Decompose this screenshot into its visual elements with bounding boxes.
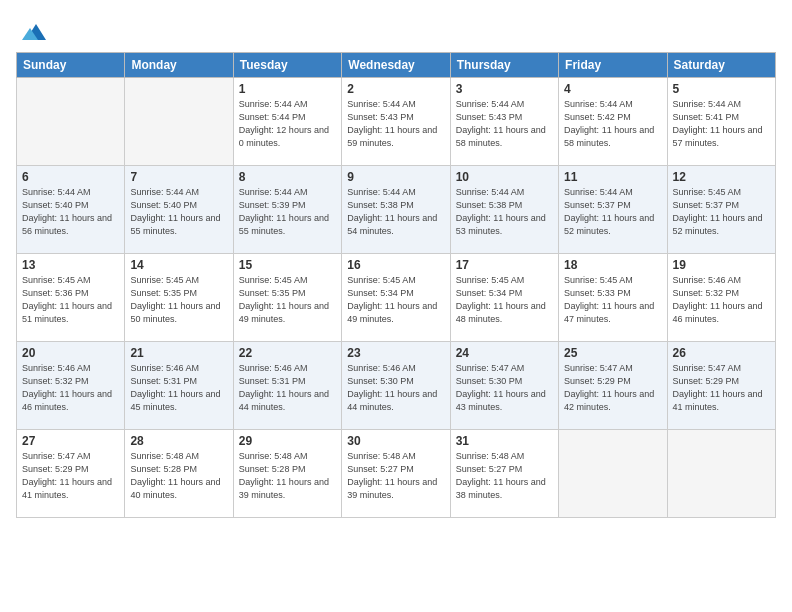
calendar-header-row: Sunday Monday Tuesday Wednesday Thursday… [17, 53, 776, 78]
table-row: 25Sunrise: 5:47 AM Sunset: 5:29 PM Dayli… [559, 342, 667, 430]
day-info: Sunrise: 5:46 AM Sunset: 5:32 PM Dayligh… [673, 274, 770, 326]
calendar-week-row: 13Sunrise: 5:45 AM Sunset: 5:36 PM Dayli… [17, 254, 776, 342]
day-number: 27 [22, 434, 119, 448]
day-number: 1 [239, 82, 336, 96]
table-row: 2Sunrise: 5:44 AM Sunset: 5:43 PM Daylig… [342, 78, 450, 166]
table-row [17, 78, 125, 166]
day-number: 25 [564, 346, 661, 360]
table-row: 11Sunrise: 5:44 AM Sunset: 5:37 PM Dayli… [559, 166, 667, 254]
calendar-week-row: 27Sunrise: 5:47 AM Sunset: 5:29 PM Dayli… [17, 430, 776, 518]
table-row: 26Sunrise: 5:47 AM Sunset: 5:29 PM Dayli… [667, 342, 775, 430]
day-info: Sunrise: 5:48 AM Sunset: 5:27 PM Dayligh… [347, 450, 444, 502]
day-info: Sunrise: 5:48 AM Sunset: 5:28 PM Dayligh… [130, 450, 227, 502]
table-row: 21Sunrise: 5:46 AM Sunset: 5:31 PM Dayli… [125, 342, 233, 430]
day-number: 18 [564, 258, 661, 272]
table-row: 3Sunrise: 5:44 AM Sunset: 5:43 PM Daylig… [450, 78, 558, 166]
day-number: 17 [456, 258, 553, 272]
day-info: Sunrise: 5:44 AM Sunset: 5:38 PM Dayligh… [456, 186, 553, 238]
day-info: Sunrise: 5:44 AM Sunset: 5:43 PM Dayligh… [456, 98, 553, 150]
day-info: Sunrise: 5:44 AM Sunset: 5:39 PM Dayligh… [239, 186, 336, 238]
table-row: 16Sunrise: 5:45 AM Sunset: 5:34 PM Dayli… [342, 254, 450, 342]
day-number: 7 [130, 170, 227, 184]
col-friday: Friday [559, 53, 667, 78]
day-number: 3 [456, 82, 553, 96]
table-row: 30Sunrise: 5:48 AM Sunset: 5:27 PM Dayli… [342, 430, 450, 518]
day-info: Sunrise: 5:44 AM Sunset: 5:40 PM Dayligh… [130, 186, 227, 238]
day-info: Sunrise: 5:44 AM Sunset: 5:44 PM Dayligh… [239, 98, 336, 150]
table-row [125, 78, 233, 166]
header [16, 12, 776, 44]
table-row: 27Sunrise: 5:47 AM Sunset: 5:29 PM Dayli… [17, 430, 125, 518]
day-info: Sunrise: 5:46 AM Sunset: 5:31 PM Dayligh… [130, 362, 227, 414]
table-row: 23Sunrise: 5:46 AM Sunset: 5:30 PM Dayli… [342, 342, 450, 430]
day-number: 22 [239, 346, 336, 360]
day-info: Sunrise: 5:47 AM Sunset: 5:29 PM Dayligh… [673, 362, 770, 414]
day-number: 2 [347, 82, 444, 96]
day-number: 26 [673, 346, 770, 360]
day-number: 24 [456, 346, 553, 360]
day-number: 28 [130, 434, 227, 448]
day-info: Sunrise: 5:44 AM Sunset: 5:41 PM Dayligh… [673, 98, 770, 150]
table-row [667, 430, 775, 518]
day-number: 11 [564, 170, 661, 184]
calendar-week-row: 20Sunrise: 5:46 AM Sunset: 5:32 PM Dayli… [17, 342, 776, 430]
day-number: 23 [347, 346, 444, 360]
day-info: Sunrise: 5:46 AM Sunset: 5:30 PM Dayligh… [347, 362, 444, 414]
day-info: Sunrise: 5:45 AM Sunset: 5:35 PM Dayligh… [130, 274, 227, 326]
day-number: 30 [347, 434, 444, 448]
day-number: 8 [239, 170, 336, 184]
col-tuesday: Tuesday [233, 53, 341, 78]
day-number: 9 [347, 170, 444, 184]
col-saturday: Saturday [667, 53, 775, 78]
table-row: 31Sunrise: 5:48 AM Sunset: 5:27 PM Dayli… [450, 430, 558, 518]
day-info: Sunrise: 5:48 AM Sunset: 5:28 PM Dayligh… [239, 450, 336, 502]
col-sunday: Sunday [17, 53, 125, 78]
day-number: 31 [456, 434, 553, 448]
day-info: Sunrise: 5:45 AM Sunset: 5:35 PM Dayligh… [239, 274, 336, 326]
day-number: 5 [673, 82, 770, 96]
day-info: Sunrise: 5:45 AM Sunset: 5:37 PM Dayligh… [673, 186, 770, 238]
table-row: 24Sunrise: 5:47 AM Sunset: 5:30 PM Dayli… [450, 342, 558, 430]
table-row: 4Sunrise: 5:44 AM Sunset: 5:42 PM Daylig… [559, 78, 667, 166]
table-row: 1Sunrise: 5:44 AM Sunset: 5:44 PM Daylig… [233, 78, 341, 166]
table-row: 28Sunrise: 5:48 AM Sunset: 5:28 PM Dayli… [125, 430, 233, 518]
logo [16, 16, 46, 44]
logo-icon [18, 16, 46, 44]
day-info: Sunrise: 5:45 AM Sunset: 5:34 PM Dayligh… [347, 274, 444, 326]
page: Sunday Monday Tuesday Wednesday Thursday… [0, 0, 792, 612]
col-wednesday: Wednesday [342, 53, 450, 78]
calendar-week-row: 1Sunrise: 5:44 AM Sunset: 5:44 PM Daylig… [17, 78, 776, 166]
day-number: 29 [239, 434, 336, 448]
day-info: Sunrise: 5:47 AM Sunset: 5:30 PM Dayligh… [456, 362, 553, 414]
table-row: 18Sunrise: 5:45 AM Sunset: 5:33 PM Dayli… [559, 254, 667, 342]
table-row: 15Sunrise: 5:45 AM Sunset: 5:35 PM Dayli… [233, 254, 341, 342]
day-number: 16 [347, 258, 444, 272]
col-thursday: Thursday [450, 53, 558, 78]
day-info: Sunrise: 5:45 AM Sunset: 5:36 PM Dayligh… [22, 274, 119, 326]
table-row: 17Sunrise: 5:45 AM Sunset: 5:34 PM Dayli… [450, 254, 558, 342]
table-row: 13Sunrise: 5:45 AM Sunset: 5:36 PM Dayli… [17, 254, 125, 342]
day-info: Sunrise: 5:47 AM Sunset: 5:29 PM Dayligh… [564, 362, 661, 414]
day-number: 6 [22, 170, 119, 184]
table-row: 19Sunrise: 5:46 AM Sunset: 5:32 PM Dayli… [667, 254, 775, 342]
table-row [559, 430, 667, 518]
day-number: 12 [673, 170, 770, 184]
day-info: Sunrise: 5:44 AM Sunset: 5:38 PM Dayligh… [347, 186, 444, 238]
table-row: 6Sunrise: 5:44 AM Sunset: 5:40 PM Daylig… [17, 166, 125, 254]
table-row: 8Sunrise: 5:44 AM Sunset: 5:39 PM Daylig… [233, 166, 341, 254]
day-info: Sunrise: 5:44 AM Sunset: 5:40 PM Dayligh… [22, 186, 119, 238]
day-info: Sunrise: 5:44 AM Sunset: 5:42 PM Dayligh… [564, 98, 661, 150]
day-number: 13 [22, 258, 119, 272]
day-number: 14 [130, 258, 227, 272]
table-row: 29Sunrise: 5:48 AM Sunset: 5:28 PM Dayli… [233, 430, 341, 518]
calendar-week-row: 6Sunrise: 5:44 AM Sunset: 5:40 PM Daylig… [17, 166, 776, 254]
day-number: 19 [673, 258, 770, 272]
table-row: 10Sunrise: 5:44 AM Sunset: 5:38 PM Dayli… [450, 166, 558, 254]
day-info: Sunrise: 5:44 AM Sunset: 5:37 PM Dayligh… [564, 186, 661, 238]
day-info: Sunrise: 5:45 AM Sunset: 5:34 PM Dayligh… [456, 274, 553, 326]
day-number: 20 [22, 346, 119, 360]
table-row: 7Sunrise: 5:44 AM Sunset: 5:40 PM Daylig… [125, 166, 233, 254]
table-row: 20Sunrise: 5:46 AM Sunset: 5:32 PM Dayli… [17, 342, 125, 430]
day-number: 10 [456, 170, 553, 184]
table-row: 12Sunrise: 5:45 AM Sunset: 5:37 PM Dayli… [667, 166, 775, 254]
